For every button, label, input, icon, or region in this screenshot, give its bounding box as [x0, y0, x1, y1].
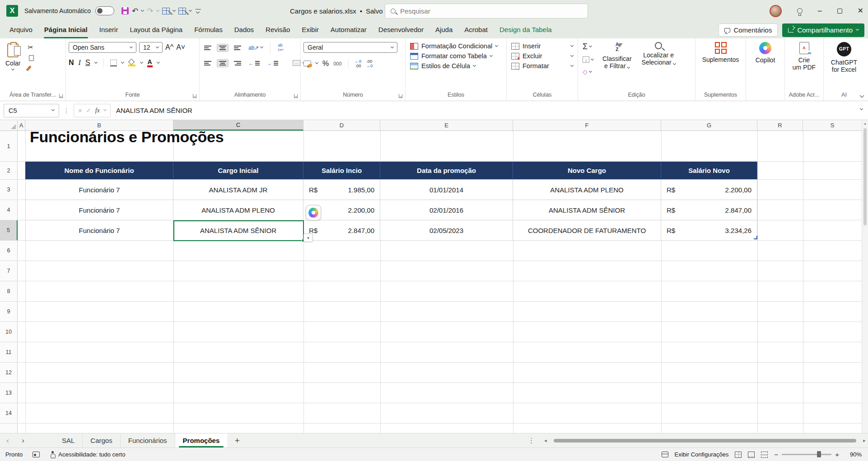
- table-header-salario-novo[interactable]: Salário Novo: [661, 162, 757, 180]
- paste-button[interactable]: Colar: [3, 42, 23, 70]
- qat-chevron-icon[interactable]: [173, 8, 176, 11]
- grid-row-10[interactable]: 10: [0, 322, 862, 342]
- cell-c4[interactable]: ANALISTA ADM PLENO: [173, 200, 303, 220]
- confirm-entry-icon[interactable]: ✓: [86, 107, 91, 114]
- zoom-level[interactable]: 90%: [845, 451, 862, 458]
- align-top-button[interactable]: [202, 44, 213, 51]
- addins-button[interactable]: Suplementos: [698, 41, 743, 64]
- close-button[interactable]: ✕: [858, 7, 863, 14]
- page-break-view-icon[interactable]: [761, 452, 768, 458]
- grid-row-14[interactable]: 14: [0, 403, 862, 424]
- cell-g3[interactable]: R$2.200,00: [661, 180, 757, 200]
- tab-design-da-tabela[interactable]: Design da Tabela: [494, 22, 558, 38]
- sheet-title-cell[interactable]: Funcionários e Promoções: [30, 128, 224, 146]
- zoom-in-icon[interactable]: +: [835, 451, 839, 458]
- cell-b3[interactable]: Funcionário 7: [25, 180, 173, 200]
- table-header-data-promocao[interactable]: Data da promoção: [380, 162, 513, 180]
- tab-dados[interactable]: Dados: [229, 22, 260, 38]
- cell-e4[interactable]: 02/01/2016: [380, 200, 513, 220]
- accounting-format-icon[interactable]: [303, 61, 311, 66]
- autosum-button[interactable]: Σ: [581, 41, 595, 52]
- grid-row-8[interactable]: 8: [0, 281, 862, 302]
- fill-button[interactable]: ↓: [581, 55, 595, 64]
- excel-logo-icon[interactable]: X: [6, 5, 18, 17]
- sheet-tab-promocoes[interactable]: Promoções: [175, 433, 228, 447]
- scroll-left-icon[interactable]: ◄: [542, 438, 549, 443]
- orientation-button[interactable]: ab↗: [247, 43, 265, 52]
- macro-record-icon[interactable]: [33, 452, 40, 457]
- cell-b4[interactable]: Funcionário 7: [25, 200, 173, 220]
- increase-indent-button[interactable]: →: [265, 59, 280, 67]
- italic-button[interactable]: I: [79, 59, 81, 67]
- fx-chevron-icon[interactable]: [103, 108, 107, 111]
- cell-e5[interactable]: 02/05/2023: [380, 220, 513, 241]
- row-header-6[interactable]: 6: [0, 241, 18, 261]
- borders-chevron-icon[interactable]: [121, 61, 124, 64]
- comma-style-icon[interactable]: 000: [333, 61, 341, 66]
- sheet-tabs-more-icon[interactable]: ⋮: [528, 437, 535, 445]
- horizontal-scrollbar[interactable]: ◄ ►: [542, 433, 868, 447]
- column-header-a[interactable]: A: [18, 120, 25, 130]
- grid-row-partial[interactable]: [0, 424, 862, 433]
- copilot-button[interactable]: Copilot: [749, 41, 782, 65]
- column-header-e[interactable]: E: [380, 120, 513, 130]
- increase-decimal-icon[interactable]: ←0.00: [355, 59, 362, 68]
- column-header-d[interactable]: D: [303, 120, 380, 130]
- decrease-indent-button[interactable]: ←: [247, 59, 261, 67]
- tab-desenvolvedor[interactable]: Desenvolvedor: [373, 22, 429, 38]
- normal-view-icon[interactable]: [735, 452, 742, 458]
- copilot-dropdown-button[interactable]: ▾: [303, 233, 313, 242]
- row-header-1[interactable]: 1: [0, 131, 18, 161]
- sheet-tab-sal[interactable]: SAL: [54, 433, 83, 447]
- grid-row-12[interactable]: 12: [0, 363, 862, 383]
- share-button[interactable]: Compartilhamento: [782, 23, 864, 37]
- scroll-right-icon[interactable]: ►: [861, 438, 868, 443]
- create-pdf-button[interactable]: A Crieum PDF: [788, 41, 821, 72]
- underline-chevron-icon[interactable]: [94, 61, 98, 64]
- qat-chevron2-icon[interactable]: [189, 8, 192, 11]
- add-sheet-button[interactable]: +: [227, 433, 247, 447]
- tab-layout-da-pagina[interactable]: Layout da Página: [124, 22, 188, 38]
- name-box[interactable]: C5: [4, 104, 59, 117]
- font-color-icon[interactable]: A: [147, 58, 153, 67]
- cell-styles-button[interactable]: Estilos de Célula: [408, 61, 504, 71]
- zoom-slider-knob[interactable]: [817, 451, 821, 457]
- grid-row-13[interactable]: 13: [0, 383, 862, 403]
- cell-g4[interactable]: R$2.847,00: [661, 200, 757, 220]
- row-header-4[interactable]: 4: [0, 200, 18, 220]
- sheet-nav-prev-icon[interactable]: ‹: [0, 433, 15, 447]
- cell-c3[interactable]: ANALISTA ADM JR: [173, 180, 303, 200]
- align-left-button[interactable]: [202, 60, 213, 67]
- formula-content[interactable]: ANALISTA ADM SÊNIOR: [116, 107, 192, 114]
- align-center-button[interactable]: [217, 59, 229, 67]
- cut-icon[interactable]: ✂: [28, 44, 33, 51]
- chatgpt-button[interactable]: GPT ChatGPTfor Excel: [826, 41, 862, 74]
- cell-f3[interactable]: ANALISTA ADM PLENO: [513, 180, 661, 200]
- conditional-formatting-button[interactable]: Formatação Condicional: [408, 41, 504, 51]
- table-header-novo-cargo[interactable]: Novo Cargo: [513, 162, 661, 180]
- customize-quick-access-icon[interactable]: [196, 9, 201, 13]
- row-header-2[interactable]: 2: [0, 162, 18, 179]
- fill-color-chevron-icon[interactable]: [140, 61, 143, 64]
- tab-automatizar[interactable]: Automatizar: [325, 22, 373, 38]
- restore-button[interactable]: [837, 9, 842, 14]
- cell-b5[interactable]: Funcionário 7: [25, 220, 173, 241]
- search-box[interactable]: [385, 4, 588, 19]
- horizontal-scrollbar-thumb[interactable]: [554, 439, 856, 442]
- cell-e3[interactable]: 01/01/2014: [380, 180, 513, 200]
- font-dialog-launcher[interactable]: [193, 94, 197, 98]
- row-header-8[interactable]: 8: [0, 281, 18, 301]
- clipboard-dialog-launcher[interactable]: [59, 94, 63, 98]
- cell-d5[interactable]: R$2.847,00: [303, 220, 380, 241]
- borders-icon[interactable]: [110, 60, 117, 66]
- copy-icon[interactable]: [29, 55, 34, 61]
- find-select-button[interactable]: Localizar eSelecionar: [639, 41, 678, 76]
- row-header-7[interactable]: 7: [0, 261, 18, 281]
- insert-cells-button[interactable]: Inserir: [509, 41, 575, 51]
- number-dialog-launcher[interactable]: [399, 94, 403, 98]
- autosave-toggle[interactable]: [95, 6, 114, 15]
- grid-row-7[interactable]: 7: [0, 261, 862, 281]
- quick-access-table-borders-icon[interactable]: [162, 8, 170, 14]
- align-bottom-button[interactable]: [232, 44, 243, 51]
- row-header-3[interactable]: 3: [0, 180, 18, 200]
